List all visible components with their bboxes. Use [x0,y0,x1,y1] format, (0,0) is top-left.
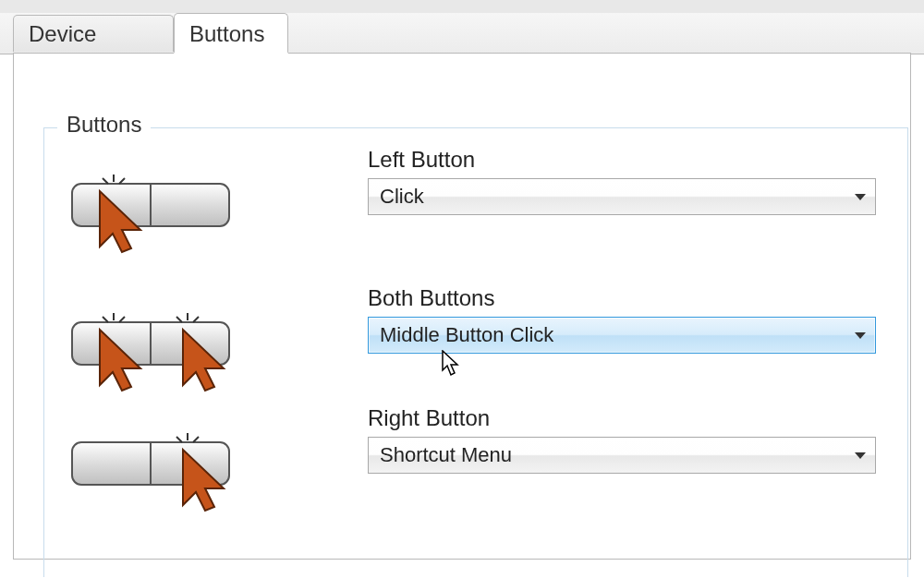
chevron-down-icon [855,452,866,459]
tab-buttons[interactable]: Buttons [174,13,288,54]
left-button-label: Left Button [368,147,889,173]
mouse-cursor-icon [442,350,462,381]
both-buttons-label: Both Buttons [368,285,889,311]
select-value: Shortcut Menu [380,443,512,466]
mouse-left-icon [63,175,257,258]
tab-device-select[interactable]: Device Select [13,15,174,52]
select-value: Click [380,185,424,208]
tab-bar: Device Select Buttons [0,13,924,54]
row-left-button: Left Button Click [63,147,889,258]
right-button-label: Right Button [368,405,889,431]
chevron-down-icon [855,332,866,339]
both-buttons-select[interactable]: Middle Button Click [368,317,876,354]
tab-page-buttons: Buttons [13,53,911,560]
right-button-select[interactable]: Shortcut Menu [368,437,876,474]
buttons-fieldset: Buttons [43,127,908,577]
mouse-right-icon [63,433,257,516]
row-right-button: Right Button Shortcut Menu [63,405,889,516]
row-both-buttons: Both Buttons Middle Button Click [63,285,889,396]
fieldset-legend: Buttons [57,112,151,138]
mouse-both-icon [63,313,257,396]
select-value: Middle Button Click [380,323,553,346]
chevron-down-icon [855,194,866,200]
tab-label: Buttons [189,21,264,46]
window-titlebar-strip [0,0,924,14]
settings-window: Device Select Buttons Buttons [0,0,924,578]
left-button-select[interactable]: Click [368,178,876,215]
